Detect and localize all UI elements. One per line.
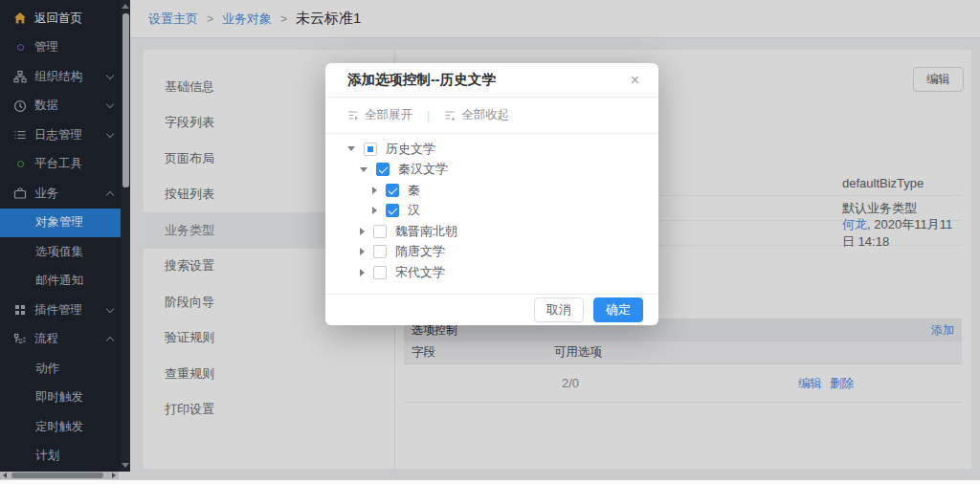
- toolbar-separator: |: [427, 109, 430, 122]
- option-tree: 历史文学 秦汉文学 秦 汉: [325, 134, 658, 294]
- expander-down-icon[interactable]: [360, 167, 368, 172]
- expander-right-icon[interactable]: [360, 248, 365, 255]
- window-bottom-edge: [0, 479, 980, 484]
- app-window: 返回首页 管理 组织结构 数据: [0, 0, 980, 484]
- tree-node-label[interactable]: 汉: [408, 202, 420, 219]
- checkbox-unchecked[interactable]: [373, 225, 387, 238]
- cancel-button[interactable]: 取消: [534, 297, 584, 322]
- dialog-title: 添加选项控制--历史文学: [347, 71, 496, 89]
- tree-node: 秦: [325, 180, 658, 201]
- expand-all-label: 全部展开: [365, 107, 412, 123]
- tree-node: 隋唐文学: [325, 242, 658, 263]
- checkbox-checked[interactable]: [386, 204, 399, 217]
- expander-right-icon[interactable]: [372, 207, 377, 214]
- close-icon[interactable]: ×: [627, 71, 643, 90]
- expand-all-button[interactable]: 全部展开: [347, 107, 412, 123]
- expander-right-icon[interactable]: [372, 187, 377, 194]
- tree-node-label[interactable]: 秦汉文学: [398, 161, 448, 178]
- dialog-footer: 取消 确定: [325, 294, 658, 325]
- expander-right-icon[interactable]: [360, 269, 365, 276]
- collapse-all-icon: [444, 110, 456, 121]
- tree-node-label[interactable]: 秦: [408, 182, 420, 199]
- tree-toolbar: 全部展开 | 全部收起: [325, 98, 658, 134]
- app-root: 返回首页 管理 组织结构 数据: [0, 0, 980, 479]
- tree-node: 汉: [325, 201, 658, 222]
- dialog-header: 添加选项控制--历史文学 ×: [325, 63, 658, 98]
- checkbox-unchecked[interactable]: [373, 245, 387, 258]
- collapse-all-label: 全部收起: [461, 107, 509, 123]
- tree-node-label[interactable]: 宋代文学: [395, 264, 445, 281]
- add-option-control-dialog: 添加选项控制--历史文学 × 全部展开 | 全部收起 历史文学: [325, 63, 658, 325]
- tree-node-label[interactable]: 历史文学: [386, 141, 435, 158]
- tree-node: 历史文学: [325, 139, 658, 160]
- collapse-all-button[interactable]: 全部收起: [444, 107, 509, 123]
- checkbox-unchecked[interactable]: [373, 266, 387, 279]
- tree-node-label[interactable]: 隋唐文学: [395, 243, 445, 260]
- tree-node: 秦汉文学: [325, 160, 658, 181]
- tree-node: 魏晋南北朝: [325, 221, 658, 242]
- checkbox-indeterminate[interactable]: [364, 143, 377, 156]
- checkbox-checked[interactable]: [386, 184, 399, 197]
- checkbox-checked[interactable]: [376, 163, 390, 176]
- tree-node-label[interactable]: 魏晋南北朝: [395, 223, 457, 240]
- expander-down-icon[interactable]: [347, 146, 355, 151]
- expander-right-icon[interactable]: [360, 228, 365, 235]
- tree-node: 宋代文学: [325, 262, 658, 283]
- expand-all-icon: [347, 110, 359, 121]
- confirm-button[interactable]: 确定: [593, 297, 643, 322]
